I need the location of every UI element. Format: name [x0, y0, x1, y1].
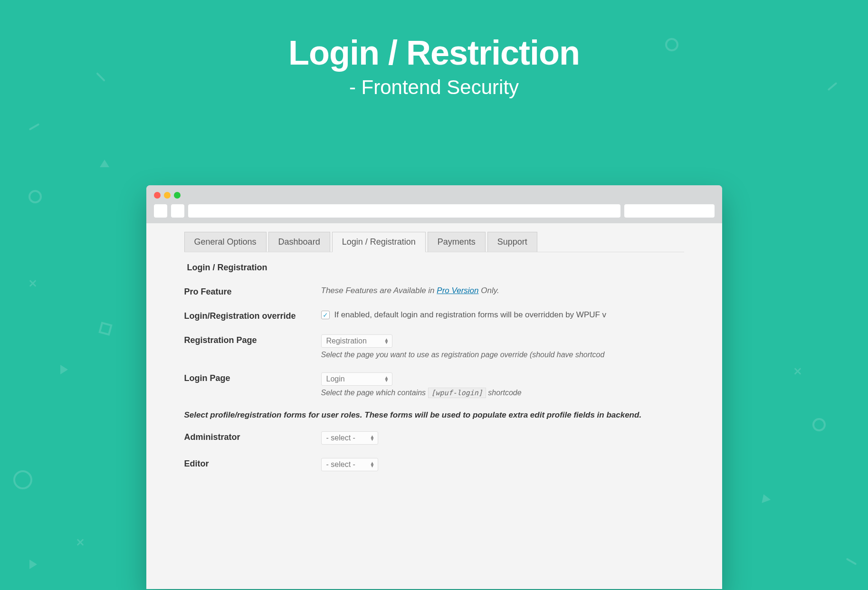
label-login-override: Login/Registration override	[184, 310, 321, 321]
row-pro-feature: Pro Feature These Features are Available…	[184, 286, 684, 297]
hero-subtitle: - Frontend Security	[288, 76, 580, 99]
pro-version-link[interactable]: Pro Version	[437, 286, 478, 295]
hero-title: Login / Restriction	[288, 33, 580, 72]
row-registration-page: Registration Page Registration ▲▼ Select…	[184, 334, 684, 359]
tab-dashboard[interactable]: Dashboard	[268, 232, 330, 252]
nav-button[interactable]	[154, 204, 167, 218]
registration-page-desc: Select the page you want to use as regis…	[321, 351, 684, 359]
hero-header: Login / Restriction - Frontend Security	[288, 33, 580, 99]
browser-chrome	[146, 185, 722, 223]
close-icon[interactable]	[154, 192, 161, 199]
login-page-value: Login	[326, 375, 345, 383]
login-page-select[interactable]: Login ▲▼	[321, 372, 392, 386]
tab-payments[interactable]: Payments	[428, 232, 486, 252]
row-role-editor: Editor - select - ▲▼	[184, 458, 684, 471]
administrator-value: - select -	[326, 434, 355, 442]
url-bar[interactable]	[188, 204, 620, 218]
chevron-updown-icon: ▲▼	[370, 462, 375, 467]
minimize-icon[interactable]	[164, 192, 171, 199]
label-registration-page: Registration Page	[184, 334, 321, 345]
label-role-editor: Editor	[184, 458, 321, 469]
section-title: Login / Registration	[187, 263, 684, 273]
browser-toolbar	[154, 204, 715, 218]
window-controls	[154, 192, 181, 199]
settings-panel: General Options Dashboard Login / Regist…	[146, 223, 722, 589]
row-login-page: Login Page Login ▲▼ Select the page whic…	[184, 372, 684, 397]
pro-feature-desc-prefix: These Features are Available in	[321, 286, 437, 295]
login-page-desc: Select the page which contains [wpuf-log…	[321, 389, 684, 397]
registration-page-value: Registration	[326, 337, 367, 345]
chevron-updown-icon: ▲▼	[384, 376, 389, 382]
administrator-select[interactable]: - select - ▲▼	[321, 431, 378, 445]
chevron-updown-icon: ▲▼	[370, 435, 375, 441]
search-bar[interactable]	[624, 204, 715, 218]
label-login-page: Login Page	[184, 372, 321, 383]
label-pro-feature: Pro Feature	[184, 286, 321, 297]
pro-feature-desc-suffix: Only.	[479, 286, 499, 295]
tab-login-registration[interactable]: Login / Registration	[332, 232, 426, 252]
override-description: If enabled, default login and registrati…	[334, 310, 607, 320]
row-role-administrator: Administrator - select - ▲▼	[184, 431, 684, 445]
chevron-updown-icon: ▲▼	[384, 338, 389, 344]
editor-select[interactable]: - select - ▲▼	[321, 458, 378, 471]
label-role-administrator: Administrator	[184, 431, 321, 442]
browser-window: General Options Dashboard Login / Regist…	[146, 185, 722, 589]
tab-support[interactable]: Support	[487, 232, 537, 252]
nav-button[interactable]	[171, 204, 184, 218]
override-checkbox[interactable]: ✓	[321, 311, 330, 319]
editor-value: - select -	[326, 460, 355, 469]
tab-general-options[interactable]: General Options	[184, 232, 267, 252]
shortcode-tag: [wpuf-login]	[428, 388, 486, 398]
row-login-override: Login/Registration override ✓ If enabled…	[184, 310, 684, 321]
maximize-icon[interactable]	[174, 192, 181, 199]
settings-tabs: General Options Dashboard Login / Regist…	[184, 232, 684, 252]
registration-page-select[interactable]: Registration ▲▼	[321, 334, 392, 348]
role-forms-note: Select profile/registration forms for us…	[184, 410, 684, 420]
